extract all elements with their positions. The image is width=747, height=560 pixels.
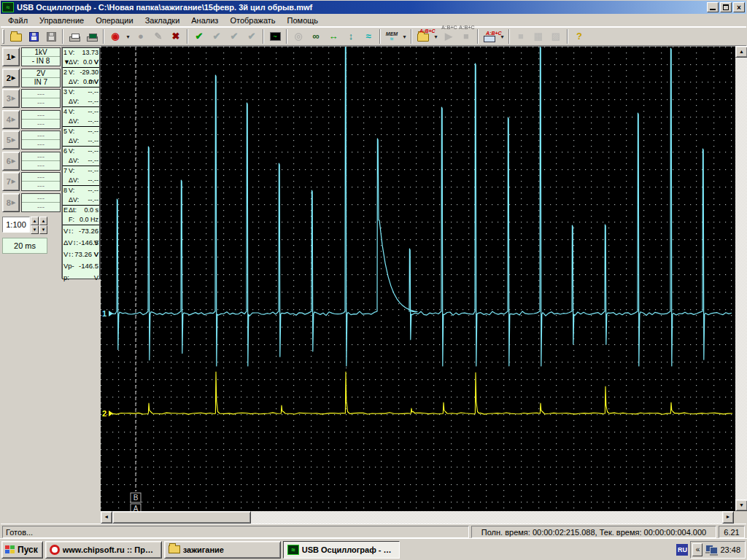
menu-bar: ФайлУправлениеОперацииЗакладкиАнализОтоб… xyxy=(1,14,746,27)
start-record-button[interactable]: ◉ xyxy=(107,28,124,44)
marker-all-button[interactable]: ✔ xyxy=(225,28,243,44)
scale-ratio-spinner[interactable]: ▲▼ xyxy=(31,217,39,233)
fit-waveform-button[interactable]: ≈ xyxy=(360,28,377,44)
task-buttons: www.chipsoft.ru :: Прос...зажигание≈USB … xyxy=(45,541,400,559)
marker-down-button[interactable]: ✔ xyxy=(208,28,225,44)
restore-button[interactable] xyxy=(720,2,732,12)
hscroll-thumb[interactable] xyxy=(112,511,251,524)
timebase-spinner[interactable]: ▲▼ xyxy=(39,217,47,233)
measure-dv-label: ΔV: xyxy=(69,195,79,205)
network-icon[interactable] xyxy=(705,545,717,554)
abc-panel-icon xyxy=(484,36,495,42)
clear-block-icon: ▨ xyxy=(551,31,560,42)
measure-total-label: V↕: xyxy=(63,249,74,260)
menu-help[interactable]: Помощь xyxy=(282,15,325,26)
channel-input: - IN 8 xyxy=(22,57,60,66)
spin-down-icon[interactable]: ▼ xyxy=(39,225,47,234)
save-file-button[interactable] xyxy=(25,28,42,44)
horizontal-scrollbar-row: ◄ ► xyxy=(1,511,746,524)
channel-input: IN 7 xyxy=(22,78,60,87)
measure-v-value: --.-- xyxy=(79,166,98,176)
channel-6-button[interactable]: 6▶ xyxy=(2,152,20,171)
marker-ok-button[interactable]: ✔ xyxy=(190,28,208,44)
search-button[interactable]: ∞ xyxy=(307,28,325,44)
display-options-button[interactable]: ~ xyxy=(266,28,284,44)
channel-1-button[interactable]: 1▶ xyxy=(2,47,20,66)
memory-button[interactable]: MEM≈ xyxy=(383,28,400,44)
scope-canvas[interactable]: BA12 xyxy=(101,47,735,512)
language-indicator[interactable]: RU xyxy=(676,544,688,556)
channel-1-row: 1▶1kV- IN 8 xyxy=(2,47,62,66)
vertical-scrollbar[interactable]: ▲ ▼ xyxy=(735,46,747,511)
delete-record-button[interactable]: ✖ xyxy=(167,28,185,44)
hscroll-left-button[interactable]: ◄ xyxy=(101,511,112,524)
menu-analysis[interactable]: Анализ xyxy=(185,15,224,26)
hscroll-right-button[interactable]: ► xyxy=(722,511,734,524)
channel-2-button[interactable]: 2▶ xyxy=(2,69,20,88)
fit-horizontal-button[interactable]: ↔ xyxy=(325,28,342,44)
toolbar-separator xyxy=(263,29,264,44)
abc-open-button[interactable] xyxy=(414,28,432,44)
record-single-button[interactable]: ● xyxy=(132,28,150,44)
menu-bookmarks[interactable]: Закладки xyxy=(139,15,186,26)
taskbar-button-browser[interactable]: www.chipsoft.ru :: Прос... xyxy=(45,541,162,559)
measure-dv-value: 0.0 V xyxy=(79,77,98,87)
abc-play-button: ▶ xyxy=(440,28,457,44)
channel-arrow-icon: ▶ xyxy=(12,200,15,206)
measure-v-label: V: xyxy=(69,107,79,117)
measure-v-label: V: xyxy=(69,166,79,176)
hscroll-track[interactable] xyxy=(112,511,722,524)
vscroll-track[interactable] xyxy=(735,58,747,499)
taskbar-button-scope[interactable]: ≈USB Осциллограф - C... xyxy=(283,541,400,559)
channel-7-settings[interactable]: ------ xyxy=(21,172,61,191)
measure-total-0: V↕:-73.26 V xyxy=(63,225,99,237)
channel-6-settings[interactable]: ------ xyxy=(21,152,61,171)
channel-4-button[interactable]: 4▶ xyxy=(2,110,20,129)
menu-control[interactable]: Управление xyxy=(34,15,90,26)
measure-channel-number: 1 xyxy=(63,48,69,58)
channel-2-settings[interactable]: 2VIN 7 xyxy=(21,69,61,88)
measure-dv-value: --.-- xyxy=(79,176,98,185)
timebase-value[interactable]: 20 ms xyxy=(2,238,47,254)
toolbar-separator xyxy=(477,29,479,44)
vscroll-down-button[interactable]: ▼ xyxy=(735,499,747,511)
taskbar-button-folder[interactable]: зажигание xyxy=(164,541,281,559)
close-button[interactable]: × xyxy=(733,2,745,12)
measure-v-value: --.-- xyxy=(79,88,98,97)
channel-5-settings[interactable]: ------ xyxy=(21,131,61,149)
channel-7-button[interactable]: 7▶ xyxy=(2,172,20,191)
oscilloscope-display[interactable]: BA12 xyxy=(101,46,735,511)
measure-v-row: 7V:--.-- xyxy=(63,166,98,176)
start-record-dropdown[interactable]: ▾ xyxy=(124,28,132,44)
start-button[interactable]: Пуск xyxy=(1,541,43,559)
menu-operations[interactable]: Операции xyxy=(90,15,139,26)
menu-display[interactable]: Отображать xyxy=(224,15,281,26)
horizontal-scrollbar[interactable]: ◄ ► xyxy=(101,511,734,524)
channel-4-settings[interactable]: ------ xyxy=(21,110,61,129)
measure-v-label: V: xyxy=(69,186,79,195)
vscroll-up-button[interactable]: ▲ xyxy=(735,46,747,58)
spin-up-icon[interactable]: ▲ xyxy=(31,217,39,225)
spin-down-icon[interactable]: ▼ xyxy=(31,225,39,234)
channel-8-settings[interactable]: ------ xyxy=(21,193,61,212)
channel-3-button[interactable]: 3▶ xyxy=(2,89,20,108)
channel-3-settings[interactable]: ------ xyxy=(21,89,61,108)
channel-5-button[interactable]: 5▶ xyxy=(2,131,20,149)
marker-forward-button[interactable]: ✔ xyxy=(243,28,260,44)
print-button[interactable] xyxy=(66,28,83,44)
channel-1-settings[interactable]: 1kV- IN 8 xyxy=(21,47,61,66)
channel-8-button[interactable]: 8▶ xyxy=(2,193,20,212)
open-file-button[interactable] xyxy=(7,28,25,44)
print-waveform-button[interactable] xyxy=(83,28,101,44)
minimize-button[interactable] xyxy=(707,2,719,12)
record-single-icon: ● xyxy=(138,31,144,42)
print-waveform-icon xyxy=(87,36,98,42)
tray-collapse-button[interactable]: « xyxy=(692,543,703,556)
spin-up-icon[interactable]: ▲ xyxy=(39,217,47,225)
menu-file[interactable]: Файл xyxy=(2,15,34,26)
memory-dropdown[interactable]: ▾ xyxy=(400,28,409,44)
help-button[interactable]: ? xyxy=(570,28,588,44)
cursor-measure-button[interactable]: ↕ xyxy=(342,28,360,44)
abc-panel-button[interactable] xyxy=(481,28,498,44)
scale-ratio-value[interactable]: 1:100 xyxy=(2,217,30,233)
